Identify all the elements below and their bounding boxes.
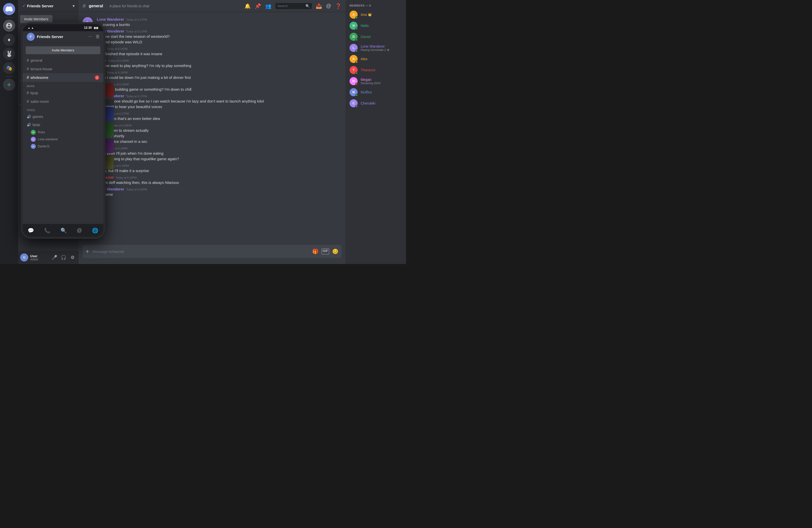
mobile-speaker-icon-kpop: 🔊 — [27, 123, 31, 127]
headphone-button[interactable]: 🎧 — [59, 253, 68, 262]
message-item: A Alex Today at 6:16PM Just finished tha… — [78, 46, 346, 57]
message-content: Helio Today at 6:16PM Perhaps a building… — [97, 82, 342, 92]
mobile-channel-terrace[interactable]: # terrace-house — [23, 65, 103, 73]
help-icon[interactable]: ❓ — [335, 3, 342, 9]
mobile-voice-name-lone: Lone wanderer — [38, 137, 58, 141]
member-item-ana[interactable]: A Ana 👑 — [348, 9, 404, 20]
server-icons-sidebar: ♦ 🐰 🎭 + — [0, 0, 18, 264]
member-item-alex[interactable]: A Alex — [348, 54, 404, 64]
mobile-nav-call[interactable]: 📞 — [44, 228, 50, 234]
member-name-ana: Ana 👑 — [361, 13, 372, 17]
mobile-channel-sailor-moon[interactable]: # sailor-moon — [23, 97, 103, 106]
mention-icon[interactable]: @ — [326, 3, 331, 9]
signal-icon: ▲ — [31, 27, 34, 29]
message-input-icons: 🎁 GIF 😊 — [312, 248, 338, 254]
message-timestamp: Today at 6:17PM — [126, 30, 147, 33]
member-avatar-wrapper-ana: A — [350, 11, 358, 19]
emoji-icon[interactable]: 😊 — [332, 248, 338, 254]
mobile-more-category: MORE — [23, 82, 103, 89]
message-timestamp: Today at 6:17PM — [126, 18, 147, 21]
member-item-muffins[interactable]: M Muffins — [348, 87, 404, 98]
mobile-voice-games[interactable]: 🔊 games — [23, 113, 103, 121]
message-item: L Lone Wanderer Today at 6:17PM I'm crav… — [78, 17, 346, 28]
mobile-nav-chat[interactable]: 💬 — [28, 228, 34, 234]
member-item-megan[interactable]: M Megan Streaming 20XX — [348, 76, 404, 87]
mobile-voice-user-roka[interactable]: R Roka — [23, 129, 103, 136]
mobile-channel-kpop[interactable]: # kpop — [23, 89, 103, 97]
message-content: Megan Today at 6:18PM Oh I'm down to str… — [97, 123, 342, 144]
mobile-channel-name-kpop: kpop — [30, 91, 38, 95]
mobile-nav-mention[interactable]: @ — [77, 228, 82, 233]
mobile-nav-search[interactable]: 🔍 — [60, 228, 67, 234]
member-item-thanexor[interactable]: T Thanexor — [348, 64, 404, 76]
mobile-channel-wholesome[interactable]: # wholesome 1 — [23, 73, 103, 82]
user-tag: #0000 — [30, 258, 50, 261]
pin-icon[interactable]: 📌 — [255, 3, 261, 9]
member-status-thanexor — [356, 72, 358, 74]
server-icon-bunny[interactable]: 🐰 — [3, 48, 15, 60]
message-item: L Lone Wanderer Today at 6:17PM Ohh some… — [78, 93, 346, 110]
mobile-notch — [53, 26, 73, 31]
member-status-helio — [356, 28, 358, 30]
server-header[interactable]: ✓ Friends Server ▾ — [18, 0, 78, 12]
server-icon-extra1[interactable]: 🎭 — [3, 62, 15, 74]
message-item: T Thanexor Today at 6:19PM Oh I'm deff w… — [78, 175, 346, 186]
mobile-more-icon[interactable]: ··· — [88, 34, 92, 39]
message-header: Helio Today at 6:16PM — [97, 82, 342, 86]
header-divider — [106, 3, 106, 9]
mobile-menu-icon[interactable]: ☰ — [96, 34, 99, 39]
member-item-lone-wanderer[interactable]: L Lone Wanderer Playing Vermintide 2 🖥 — [348, 42, 404, 54]
member-status-megan — [356, 83, 358, 85]
message-author[interactable]: Lone Wanderer — [97, 17, 124, 21]
server-divider — [5, 17, 13, 18]
message-content: Thanexor Today at 6:19PM Oh I'm deff wat… — [97, 175, 342, 186]
user-avatar: U — [20, 253, 28, 262]
message-input-wrapper: + 🎁 GIF 😊 — [83, 245, 342, 258]
server-icon-friends[interactable] — [3, 20, 15, 32]
members-header: MEMBERS — 9 — [348, 4, 404, 7]
message-text: Just finished that episode it was insane — [97, 51, 342, 56]
member-item-helio[interactable]: H Helio — [348, 20, 404, 31]
microphone-button[interactable]: 🎤 — [50, 253, 58, 262]
mobile-invite-button[interactable]: Invite Members — [26, 46, 100, 54]
message-timestamp: Today at 6:16PM — [107, 47, 128, 50]
server-icon-gaming[interactable]: ♦ — [3, 34, 15, 46]
message-header: Lone Wanderer Today at 6:17PM — [97, 94, 342, 98]
member-name-lone: Lone Wanderer — [361, 44, 389, 48]
chat-area: # general A place for friends to chat 🔔 … — [78, 0, 346, 264]
gif-icon[interactable]: GIF — [322, 248, 329, 254]
member-item-cherukiki[interactable]: C Cherukiki — [348, 98, 404, 109]
home-server-icon[interactable] — [3, 3, 15, 15]
settings-button[interactable]: ⚙ — [69, 253, 77, 262]
mobile-channel-name-sailor: sailor-moon — [30, 100, 49, 104]
mobile-channel-name-general: general — [30, 58, 42, 62]
mobile-nav-profile[interactable]: 🌐 — [92, 228, 98, 234]
search-input[interactable] — [277, 4, 305, 8]
mobile-channel-general[interactable]: # general — [23, 56, 103, 65]
mobile-voice-channel-kpop: kpop — [32, 123, 40, 127]
channel-description: A place for friends to chat — [110, 4, 149, 8]
inbox-icon[interactable]: 📥 — [316, 3, 322, 9]
mobile-voice-kpop[interactable]: 🔊 kpop — [23, 121, 103, 129]
mobile-call-icon: 📞 — [44, 228, 50, 234]
member-name-daniel: Daniel — [361, 35, 371, 39]
mobile-channel-name-terrace: terrace-house — [30, 67, 52, 71]
add-file-button[interactable]: + — [86, 245, 89, 258]
bell-icon[interactable]: 🔔 — [245, 3, 251, 9]
message-item: L Lone Wanderer Today at 6:20PM awesome — [78, 187, 346, 198]
member-item-daniel[interactable]: D Daniel — [348, 31, 404, 42]
message-timestamp: Today at 6:16PM — [107, 71, 128, 74]
members-icon[interactable]: 👥 — [265, 3, 272, 9]
search-bar[interactable]: 🔍 — [275, 3, 312, 9]
message-text: I'm craving a burrito — [97, 22, 342, 27]
message-input[interactable] — [92, 247, 309, 256]
mobile-server-header: F Friends Server ··· ☰ — [23, 31, 103, 42]
member-status-alex — [356, 61, 358, 63]
message-header: Thanexor Today at 6:19PM — [97, 175, 342, 179]
message-header: Megan Today at 6:18PM — [97, 123, 342, 127]
gift-icon[interactable]: 🎁 — [312, 248, 319, 254]
mobile-voice-user-daniel[interactable]: D Daniel D — [23, 143, 103, 150]
add-server-button[interactable]: + — [3, 78, 15, 91]
mobile-voice-name-roka: Roka — [38, 131, 45, 134]
mobile-voice-user-lone[interactable]: L Lone wanderer — [23, 136, 103, 143]
